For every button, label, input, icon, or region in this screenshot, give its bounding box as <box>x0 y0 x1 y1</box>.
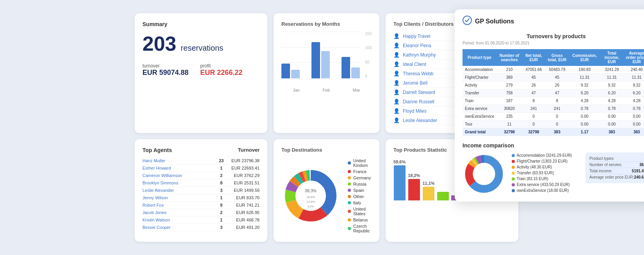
legend-dot <box>512 177 515 181</box>
list-item: Czerch Republic <box>348 223 372 234</box>
agent-turnover: EUR 468.78 <box>228 218 260 222</box>
income-legend-label: Accommodation (3241.29 EUR) <box>517 153 572 158</box>
bar-group-mar <box>342 57 360 78</box>
reservations-chart: 150 100 50 0 <box>281 32 372 94</box>
agent-name[interactable]: Hanz Muller <box>142 158 214 163</box>
agent-name[interactable]: Bessie Cooper <box>142 225 214 230</box>
product-bar-item: 11,1% <box>422 181 434 200</box>
comm-cell: 0.00 <box>569 113 600 120</box>
person-icon: 👤 <box>393 71 400 76</box>
summary-number: 203 <box>142 32 176 55</box>
income-legend-label: Transfer (63.93 EUR) <box>517 171 554 175</box>
person-icon: 👤 <box>393 33 400 39</box>
agent-num: 1 <box>217 218 225 222</box>
agent-num: 8 <box>217 181 225 185</box>
list-item: Brooklyn Simmons 8 EUR 2531.51 <box>142 179 260 187</box>
summary-label: reservations <box>181 44 223 52</box>
col-commission: Commission, EUR <box>569 49 600 66</box>
agent-name[interactable]: Jacob Jones <box>142 210 214 215</box>
net-cell: 241 <box>522 105 545 113</box>
chart-labels: Jan Feb Mar <box>281 88 372 92</box>
agent-turnover: EUR 23796.38 <box>228 158 260 163</box>
col-gross: Gross total, EUR <box>545 49 569 66</box>
legend-dot <box>512 166 515 169</box>
label-mar: Mar <box>353 88 360 92</box>
table-row: Transfer 758 47 47 6.20 6.20 6.20 <box>463 89 644 97</box>
person-icon: 👤 <box>393 61 400 67</box>
agent-name[interactable]: Kristin Watson <box>142 218 214 222</box>
type-cell: Transfer <box>463 89 496 97</box>
agents-header: Top Agents Turnover <box>142 147 260 153</box>
list-item: Extra service (433.50.29 EUR) <box>512 182 579 188</box>
comm-cell: 1.17 <box>569 128 600 136</box>
legend-dot <box>348 210 351 213</box>
net-cell: 26 <box>522 81 545 89</box>
agents-list: Hanz Muller 23 EUR 23796.38 Esther Howar… <box>142 157 260 231</box>
list-item: Hanz Muller 23 EUR 23796.38 <box>142 157 260 165</box>
gross-cell: 241 <box>545 105 569 113</box>
label-jan: Jan <box>293 88 300 92</box>
dest-label: Other <box>353 194 364 199</box>
agent-num: 3 <box>217 225 225 230</box>
net-cell: 47 <box>522 89 545 97</box>
list-item: Transfer (63.93 EUR) <box>512 170 579 176</box>
stat-row: Product types: 8 <box>589 156 644 162</box>
destinations-legend: United Kindom France Germany Russia Spai… <box>348 158 372 234</box>
dest-label: France <box>353 169 366 174</box>
dest-label: United Kindom <box>353 158 372 168</box>
agent-name[interactable]: Leslie Alexander <box>142 188 214 193</box>
agent-name[interactable]: Brooklyn Simmons <box>142 181 214 185</box>
product-types-label: Product types: <box>589 156 614 161</box>
searches-cell: 30820 <box>496 105 522 113</box>
gross-cell: 383 <box>545 128 569 136</box>
agent-name[interactable]: Cameron Williamson <box>142 173 214 178</box>
product-bar-item: 59,6% <box>393 159 406 200</box>
agent-name[interactable]: Jenny Wilson <box>142 195 214 200</box>
agent-name[interactable]: Esther Howard <box>142 166 214 170</box>
avg-cell: 6.20 <box>623 89 644 97</box>
bar-feb-light <box>321 51 330 78</box>
income-legend-label: Activity (48.30 EUR) <box>517 165 552 169</box>
bar-feb-dark <box>311 42 320 78</box>
searches-cell: 32798 <box>496 128 522 136</box>
legend-dot <box>512 183 515 186</box>
dest-label: Germany <box>353 175 371 180</box>
svg-text:8,2%: 8,2% <box>308 205 313 208</box>
turnovers-table: Product type Number of searches Net tota… <box>463 49 644 136</box>
avg-cell: 4.28 <box>623 97 644 105</box>
bar-jan-light <box>291 70 300 78</box>
legend-dot <box>348 161 351 165</box>
table-row: Accommodation 210 47051.66 50483.79 190.… <box>463 66 644 74</box>
searches-cell: 279 <box>496 81 522 89</box>
income-section-title: Income comparison <box>463 142 644 149</box>
legend-dot <box>348 182 351 186</box>
type-cell: Accommodation <box>463 66 496 74</box>
list-item: France <box>348 168 372 175</box>
person-icon: 👤 <box>393 52 400 58</box>
dest-label: Belarus <box>353 218 368 222</box>
agents-title: Top Agents <box>142 147 172 153</box>
income-content: Accommodation (3241.29 EUR) Flight/Chart… <box>463 152 644 195</box>
type-cell: Tour <box>463 120 496 128</box>
income-cell: 6.20 <box>600 89 624 97</box>
list-item: Activity (48.30 EUR) <box>512 164 579 170</box>
income-cell: 0.78 <box>600 105 624 113</box>
gross-cell: 0 <box>545 113 569 120</box>
dest-label: Czerch Republic <box>353 224 372 233</box>
gross-cell: 8 <box>545 97 569 105</box>
checkmark-circle-icon <box>463 16 472 25</box>
legend-dot <box>348 201 351 204</box>
income-cell: 0.00 <box>600 113 624 120</box>
gross-cell: 0 <box>545 120 569 128</box>
svg-text:18,9%: 18,9% <box>306 195 315 199</box>
income-legend: Accommodation (3241.29 EUR) Flight/Chart… <box>512 152 579 193</box>
total-label: Total income: <box>589 169 612 173</box>
summary-title: Summary <box>142 21 260 27</box>
product-bar-item: 18,2% <box>408 173 420 200</box>
agent-turnover: EUR 741.21 <box>228 203 260 207</box>
table-row: Activity 279 26 26 9.32 9.32 9.32 <box>463 81 644 89</box>
dest-label: Italy <box>353 200 361 205</box>
col-product-type: Product type <box>463 49 496 66</box>
agent-turnover: EUR 626.95 <box>228 210 260 215</box>
agent-name[interactable]: Robert Fox <box>142 203 214 207</box>
